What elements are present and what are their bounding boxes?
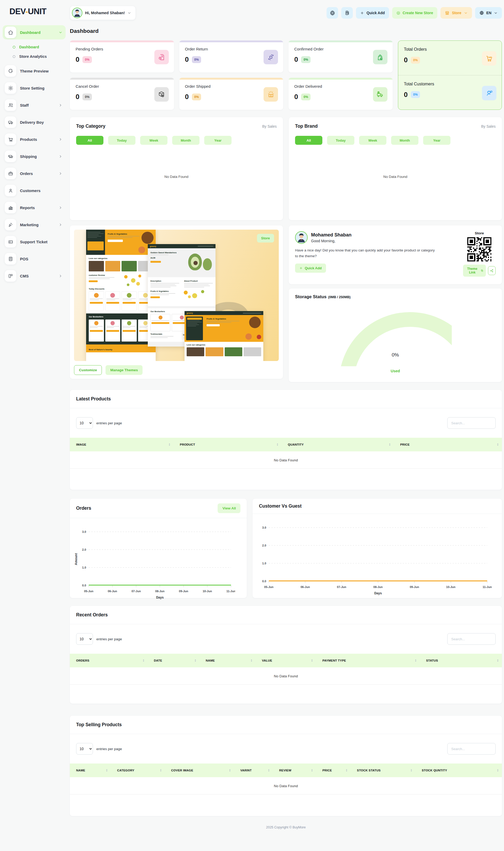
filter-all[interactable]: All (295, 136, 322, 145)
sidebar-subitem-label: Dashboard (19, 45, 39, 49)
search-input[interactable] (447, 633, 496, 645)
col-image[interactable]: IMAGE▲▼ (70, 438, 174, 451)
sidebar-item-theme-preview[interactable]: Theme Preview (3, 64, 66, 78)
chevron-right-icon (58, 137, 62, 141)
sidebar-item-pos[interactable]: POS (3, 252, 66, 266)
quick-add-button[interactable]: Quick Add (356, 7, 389, 19)
table-controls: 10 entries per page (70, 734, 502, 757)
user-menu[interactable]: Hi, Mohamed Shaban! (70, 6, 136, 20)
sidebar-item-customers[interactable]: Customers (3, 184, 66, 197)
sidebar-item-shipping[interactable]: Shipping (3, 149, 66, 163)
theme-link-label: Theme Link (465, 267, 479, 274)
sidebar-subitem-store-analytics[interactable]: Store Analytics (3, 52, 66, 61)
filter-week[interactable]: Week (359, 136, 386, 145)
col-price[interactable]: PRICE▲▼ (316, 764, 351, 777)
col-cover-image[interactable]: COVER IMAGE▲▼ (165, 764, 234, 777)
col-orders[interactable]: ORDERS▲▼ (70, 654, 147, 667)
filter-today[interactable]: Today (108, 136, 136, 145)
svg-text:Amount: Amount (74, 553, 78, 565)
filter-today[interactable]: Today (327, 136, 354, 145)
filter-year[interactable]: Year (204, 136, 232, 145)
svg-text:0.0: 0.0 (262, 579, 266, 583)
filter-all[interactable]: All (76, 136, 104, 145)
quick-add-button[interactable]: Quick Add (295, 263, 326, 273)
create-new-store-button[interactable]: Create New Store (392, 7, 437, 19)
entries-per-page-label: entries per page (96, 637, 122, 641)
customize-button[interactable]: Customize (74, 365, 102, 375)
svg-text:09-Jun: 09-Jun (179, 590, 188, 593)
share-button[interactable] (488, 266, 496, 275)
store-switcher-button[interactable]: Store (440, 7, 472, 19)
col-name[interactable]: NAME▲▼ (199, 654, 256, 667)
sort-icon: ▲▼ (346, 769, 347, 772)
col-name[interactable]: NAME▲▼ (70, 764, 111, 777)
entries-per-page-label: entries per page (96, 421, 122, 425)
sidebar-item-store-setting[interactable]: Store Setting (3, 81, 66, 95)
gear-icon (5, 82, 16, 94)
manage-themes-button[interactable]: Manage Themes (106, 365, 143, 375)
mock-bestsellers-title: Our Bestsellers (89, 315, 153, 318)
svg-text:1.0: 1.0 (82, 566, 86, 569)
sidebar-item-reports[interactable]: Reports (3, 201, 66, 215)
stat-value: 0 (404, 91, 408, 99)
filter-month[interactable]: Month (172, 136, 199, 145)
entries-select[interactable]: 10 (76, 417, 93, 429)
col-value[interactable]: VALUE▲▼ (256, 654, 316, 667)
search-input[interactable] (447, 417, 496, 429)
col-product[interactable]: PRODUCT▲▼ (174, 438, 282, 451)
svg-text:07-Jun: 07-Jun (131, 590, 141, 593)
col-quantity[interactable]: QUANTITY▲▼ (282, 438, 394, 451)
search-input[interactable] (447, 743, 496, 754)
svg-text:1.0: 1.0 (262, 562, 266, 565)
sidebar-item-delivery-boy[interactable]: Delivery Boy (3, 115, 66, 129)
language-button[interactable]: EN (475, 7, 502, 19)
empty-state: No Data Found (76, 145, 277, 214)
filter-year[interactable]: Year (423, 136, 450, 145)
col-varint[interactable]: VARINT▲▼ (234, 764, 273, 777)
sidebar-item-staff[interactable]: Staff (3, 98, 66, 112)
latest-products-card: Latest Products 10 entries per page IMAG… (70, 390, 502, 490)
user-name: Mohamed Shaban (311, 232, 352, 238)
col-date[interactable]: DATE▲▼ (147, 654, 199, 667)
globe-button[interactable] (327, 7, 338, 19)
store-badge: Store (257, 234, 274, 243)
filter-week[interactable]: Week (140, 136, 167, 145)
stat-percent-badge: 0% (301, 56, 310, 63)
sidebar-item-support-ticket[interactable]: Support Ticket (3, 235, 66, 249)
avatar (295, 231, 308, 244)
sidebar-item-orders[interactable]: Orders (3, 166, 66, 180)
sidebar-item-label: Store Setting (20, 86, 62, 90)
footer-copyright: 2025 Copyright © BuyMore (70, 816, 502, 836)
sidebar-item-marketing[interactable]: Marketing (3, 218, 66, 232)
pos-machine-button[interactable] (341, 7, 353, 19)
col-price[interactable]: PRICE▲▼ (394, 438, 502, 451)
sidebar-item-dashboard[interactable]: Dashboard (3, 25, 66, 39)
sidebar-subitem-dashboard[interactable]: Dashboard (3, 42, 66, 52)
entries-select[interactable]: 10 (76, 633, 93, 645)
delivery-done-icon (373, 87, 388, 102)
col-stock-status[interactable]: STOCK STATUS▲▼ (351, 764, 416, 777)
svg-text:10-Jun: 10-Jun (203, 590, 212, 593)
svg-text:07-Jun: 07-Jun (337, 585, 346, 589)
col-review[interactable]: REVIEW▲▼ (273, 764, 316, 777)
stat-percent-badge: 0% (192, 93, 201, 100)
sidebar-item-label: Shipping (20, 154, 55, 159)
col-status[interactable]: STATUS▲▼ (420, 654, 502, 667)
col-category[interactable]: CATEGORY▲▼ (111, 764, 165, 777)
entries-select[interactable]: 10 (76, 743, 93, 754)
top-category-filters: All Today Week Month Year (76, 136, 277, 145)
by-sales-label: By Sales (481, 124, 496, 128)
theme-link-button[interactable]: Theme Link (463, 264, 486, 277)
filter-month[interactable]: Month (391, 136, 418, 145)
app-logo: DEV-UNIT (3, 7, 66, 16)
sidebar-item-products[interactable]: Products (3, 132, 66, 146)
recent-orders-title: Recent Orders (70, 606, 502, 624)
stat-value: 0 (404, 56, 408, 64)
by-sales-label: By Sales (262, 124, 277, 128)
col-payment-type[interactable]: PAYMENT TYPE▲▼ (316, 654, 420, 667)
stat-value: 0 (185, 93, 189, 101)
cvg-chart-title: Customer Vs Guest (259, 503, 301, 509)
col-stock-quantity[interactable]: STOCK QUNTITY▲▼ (416, 764, 502, 777)
sidebar-item-cms[interactable]: CMS (3, 269, 66, 283)
view-all-button[interactable]: View All (218, 503, 240, 513)
